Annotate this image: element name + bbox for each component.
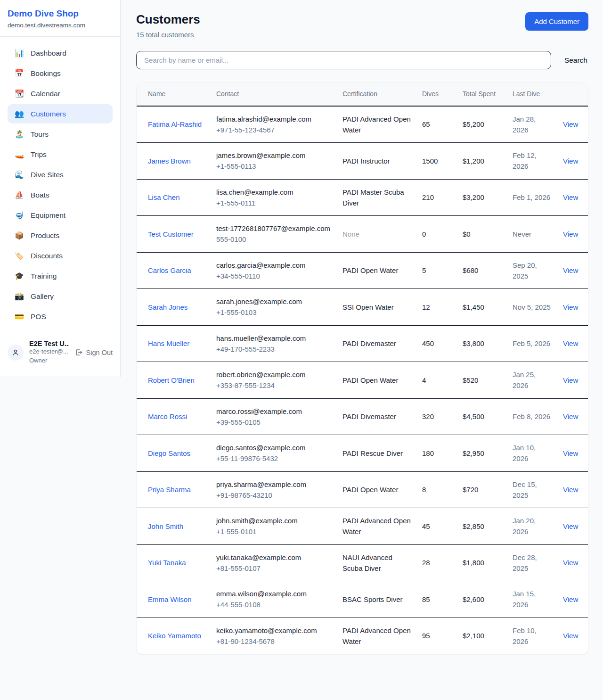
customer-certification: PADI Advanced Open Water	[337, 106, 416, 143]
view-link[interactable]: View	[563, 193, 578, 201]
sidebar-item-label: Equipment	[31, 211, 65, 220]
view-link[interactable]: View	[563, 412, 578, 420]
customer-dives: 0	[416, 216, 457, 253]
credit-card-icon: 💳	[14, 312, 24, 321]
customer-name-link[interactable]: Sarah Jones	[148, 303, 187, 311]
view-link[interactable]: View	[563, 303, 578, 311]
customer-total-spent: $2,100	[457, 618, 507, 654]
col-header-contact: Contact	[211, 83, 337, 106]
view-link[interactable]: View	[563, 120, 578, 128]
customer-name-link[interactable]: Yuki Tanaka	[148, 559, 186, 567]
customer-name-link[interactable]: Test Customer	[148, 230, 194, 238]
customer-name-link[interactable]: John Smith	[148, 522, 183, 530]
search-input[interactable]	[136, 51, 551, 69]
table-row: Sarah Jones sarah.jones@example.com +1-5…	[137, 289, 588, 326]
sidebar-item-label: Discounts	[31, 252, 63, 260]
sidebar-item-pos[interactable]: 💳 POS	[8, 307, 113, 326]
customer-total-spent: $520	[457, 362, 507, 399]
customer-last-dive: Feb 8, 2026	[507, 398, 557, 435]
view-link[interactable]: View	[563, 376, 578, 384]
customer-certification: NAUI Advanced Scuba Diver	[337, 544, 416, 581]
customer-name-link[interactable]: Diego Santos	[148, 449, 190, 457]
bar-chart-icon: 📊	[14, 49, 24, 58]
customer-certification: BSAC Sports Diver	[337, 581, 416, 618]
view-link[interactable]: View	[563, 522, 578, 530]
customer-certification: PADI Open Water	[337, 471, 416, 508]
sidebar-item-products[interactable]: 📦 Products	[8, 226, 113, 245]
customer-name-link[interactable]: Marco Rossi	[148, 412, 187, 420]
customer-certification: PADI Advanced Open Water	[337, 508, 416, 545]
sidebar-item-boats[interactable]: ⛵ Boats	[8, 185, 113, 205]
col-header-total-spent: Total Spent	[457, 83, 507, 106]
customer-email: yuki.tanaka@example.com	[216, 552, 331, 563]
customer-email: lisa.chen@example.com	[216, 187, 331, 198]
sidebar-item-label: Customers	[31, 110, 66, 118]
customer-dives: 180	[416, 435, 457, 472]
customer-last-dive: Dec 15, 2025	[507, 471, 557, 508]
view-link[interactable]: View	[563, 595, 578, 603]
sign-out-button[interactable]: Sign Out	[75, 348, 113, 356]
customer-name-link[interactable]: Emma Wilson	[148, 595, 192, 603]
customer-phone: +1-555-0103	[216, 307, 331, 318]
view-link[interactable]: View	[563, 559, 578, 567]
customer-total-spent: $5,200	[457, 106, 507, 143]
sidebar-item-equipment[interactable]: 🤿 Equipment	[8, 206, 113, 225]
people-icon: 👥	[14, 109, 24, 118]
sidebar-item-calendar[interactable]: 📆 Calendar	[8, 84, 113, 103]
customer-name-link[interactable]: Keiko Yamamoto	[148, 632, 201, 640]
customer-email: robert.obrien@example.com	[216, 369, 331, 380]
search-button[interactable]: Search	[563, 53, 588, 67]
customer-certification: SSI Open Water	[337, 289, 416, 326]
table-row: Hans Mueller hans.mueller@example.com +4…	[137, 325, 588, 362]
sidebar-item-customers[interactable]: 👥 Customers	[8, 104, 113, 124]
sidebar-item-dashboard[interactable]: 📊 Dashboard	[8, 43, 113, 63]
customer-name-link[interactable]: Hans Mueller	[148, 339, 189, 347]
customer-last-dive: Feb 12, 2026	[507, 143, 557, 180]
customer-email: emma.wilson@example.com	[216, 588, 331, 599]
customer-phone: +81-555-0107	[216, 563, 331, 574]
customer-last-dive: Nov 5, 2025	[507, 289, 557, 326]
customer-email: john.smith@example.com	[216, 515, 331, 526]
island-icon: 🏝️	[14, 130, 24, 139]
customer-name-link[interactable]: James Brown	[148, 157, 191, 165]
table-header: Name Contact Certification Dives Total S…	[137, 83, 588, 106]
customer-name-link[interactable]: Robert O'Brien	[148, 376, 195, 384]
view-link[interactable]: View	[563, 157, 578, 165]
customer-last-dive: Feb 5, 2026	[507, 325, 557, 362]
col-header-last-dive: Last Dive	[507, 83, 557, 106]
total-customers-count: 15 total customers	[136, 31, 200, 39]
sidebar-item-dive-sites[interactable]: 🌊 Dive Sites	[8, 165, 113, 184]
customer-total-spent: $4,500	[457, 398, 507, 435]
view-link[interactable]: View	[563, 486, 578, 494]
view-link[interactable]: View	[563, 449, 578, 457]
camera-icon: 📸	[14, 292, 24, 301]
customer-name-link[interactable]: Priya Sharma	[148, 486, 191, 494]
customer-email: diego.santos@example.com	[216, 442, 331, 453]
customer-name-link[interactable]: Fatima Al-Rashid	[148, 120, 202, 128]
tag-icon: 🏷️	[14, 251, 24, 260]
sidebar-item-label: Bookings	[31, 69, 61, 78]
sidebar-nav: 📊 Dashboard 📅 Bookings 📆 Calendar 👥 Cust…	[0, 37, 120, 333]
view-link[interactable]: View	[563, 339, 578, 347]
shop-name: Demo Dive Shop	[8, 8, 113, 19]
sidebar-item-training[interactable]: 🎓 Training	[8, 266, 113, 286]
view-link[interactable]: View	[563, 632, 578, 640]
view-link[interactable]: View	[563, 230, 578, 238]
sidebar-item-label: Trips	[31, 150, 47, 159]
customer-name-link[interactable]: Carlos Garcia	[148, 266, 191, 274]
sidebar-item-trips[interactable]: 🚤 Trips	[8, 145, 113, 164]
add-customer-button[interactable]: Add Customer	[525, 12, 588, 31]
sidebar-item-discounts[interactable]: 🏷️ Discounts	[8, 246, 113, 265]
customer-dives: 12	[416, 289, 457, 326]
customer-name-link[interactable]: Lisa Chen	[148, 193, 180, 201]
view-link[interactable]: View	[563, 266, 578, 274]
main-content: Customers 15 total customers Add Custome…	[121, 0, 603, 668]
table-row: Carlos Garcia carlos.garcia@example.com …	[137, 252, 588, 289]
customer-email: marco.rossi@example.com	[216, 406, 331, 417]
sidebar-item-bookings[interactable]: 📅 Bookings	[8, 64, 113, 83]
sidebar-item-tours[interactable]: 🏝️ Tours	[8, 124, 113, 144]
search-row: Search	[136, 51, 588, 69]
customer-email: carlos.garcia@example.com	[216, 260, 331, 271]
sidebar-user-section: E2E Test U... e2e-tester@... Owner Sign …	[0, 333, 120, 372]
sidebar-item-gallery[interactable]: 📸 Gallery	[8, 287, 113, 306]
